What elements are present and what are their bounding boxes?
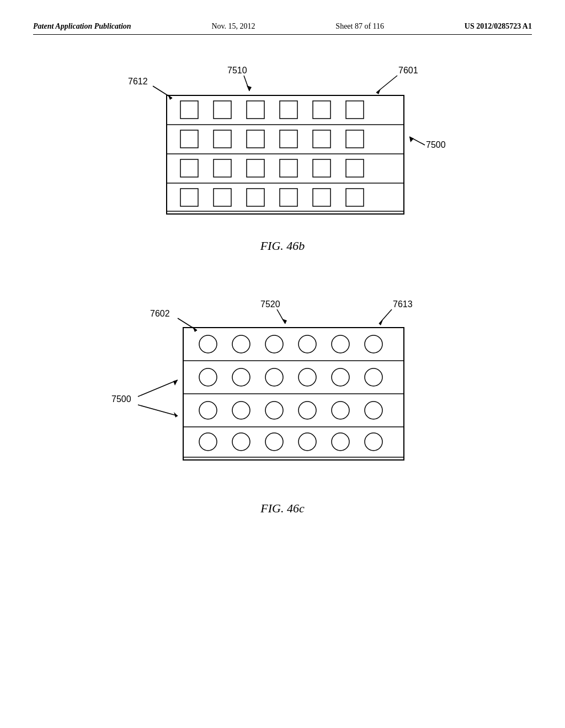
label-7510: 7510 bbox=[227, 66, 247, 75]
svg-point-60 bbox=[265, 368, 283, 386]
svg-line-41 bbox=[379, 309, 392, 324]
svg-point-61 bbox=[299, 368, 316, 386]
label-7602: 7602 bbox=[150, 309, 170, 318]
svg-line-43 bbox=[138, 380, 178, 397]
svg-rect-19 bbox=[180, 130, 198, 148]
label-7601: 7601 bbox=[398, 66, 418, 75]
svg-point-75 bbox=[365, 433, 382, 451]
svg-point-64 bbox=[199, 402, 217, 419]
svg-point-56 bbox=[332, 335, 349, 353]
svg-point-63 bbox=[365, 368, 382, 386]
caption-46b: FIG. 46b bbox=[33, 239, 532, 253]
figure-46b-section: 7612 7510 7601 7500 bbox=[33, 51, 532, 253]
svg-marker-3 bbox=[247, 85, 252, 91]
svg-point-70 bbox=[199, 433, 217, 451]
svg-point-69 bbox=[365, 402, 382, 419]
svg-rect-24 bbox=[346, 130, 364, 148]
svg-rect-16 bbox=[280, 101, 297, 119]
svg-point-66 bbox=[265, 402, 283, 419]
svg-point-68 bbox=[332, 402, 349, 419]
svg-point-71 bbox=[232, 433, 250, 451]
svg-rect-15 bbox=[247, 101, 264, 119]
svg-point-72 bbox=[265, 433, 283, 451]
svg-point-62 bbox=[332, 368, 349, 386]
svg-rect-8 bbox=[167, 95, 404, 214]
svg-rect-26 bbox=[214, 159, 231, 177]
svg-rect-25 bbox=[180, 159, 198, 177]
patent-number: US 2012/0285723 A1 bbox=[465, 22, 532, 31]
svg-rect-13 bbox=[180, 101, 198, 119]
svg-rect-32 bbox=[214, 189, 231, 206]
svg-point-73 bbox=[299, 433, 316, 451]
publication-title: Patent Application Publication bbox=[33, 22, 131, 31]
sheet-info: Sheet 87 of 116 bbox=[335, 22, 384, 31]
svg-point-67 bbox=[299, 402, 316, 419]
svg-rect-33 bbox=[247, 189, 264, 206]
svg-line-45 bbox=[138, 405, 178, 416]
svg-point-52 bbox=[199, 335, 217, 353]
svg-point-55 bbox=[299, 335, 316, 353]
svg-point-57 bbox=[365, 335, 382, 353]
svg-rect-14 bbox=[214, 101, 231, 119]
label-7612: 7612 bbox=[128, 77, 148, 86]
label-7520: 7520 bbox=[260, 299, 280, 309]
page-container: Patent Application Publication Nov. 15, … bbox=[0, 0, 565, 728]
svg-point-59 bbox=[232, 368, 250, 386]
svg-rect-31 bbox=[180, 189, 198, 206]
page-header: Patent Application Publication Nov. 15, … bbox=[33, 22, 532, 35]
figure-46b-diagram: 7612 7510 7601 7500 bbox=[95, 51, 470, 233]
svg-rect-20 bbox=[214, 130, 231, 148]
svg-rect-23 bbox=[313, 130, 331, 148]
svg-rect-29 bbox=[313, 159, 331, 177]
svg-rect-17 bbox=[313, 101, 331, 119]
figure-46c-section: 7602 7520 7613 7500 bbox=[33, 286, 532, 516]
svg-rect-18 bbox=[346, 101, 364, 119]
label-7500-c: 7500 bbox=[111, 394, 131, 404]
caption-46c: FIG. 46c bbox=[33, 501, 532, 516]
svg-rect-27 bbox=[247, 159, 264, 177]
svg-rect-34 bbox=[280, 189, 297, 206]
svg-marker-7 bbox=[409, 137, 414, 142]
svg-rect-28 bbox=[280, 159, 297, 177]
svg-rect-21 bbox=[247, 130, 264, 148]
label-7613: 7613 bbox=[393, 299, 413, 309]
svg-rect-22 bbox=[280, 130, 297, 148]
svg-point-53 bbox=[232, 335, 250, 353]
svg-rect-35 bbox=[313, 189, 331, 206]
svg-point-58 bbox=[199, 368, 217, 386]
label-7500-b: 7500 bbox=[426, 140, 446, 149]
publication-date: Nov. 15, 2012 bbox=[211, 22, 255, 31]
svg-point-74 bbox=[332, 433, 349, 451]
svg-point-54 bbox=[265, 335, 283, 353]
svg-rect-36 bbox=[346, 189, 364, 206]
svg-marker-44 bbox=[173, 380, 178, 386]
figure-46c-diagram: 7602 7520 7613 7500 bbox=[95, 286, 470, 496]
svg-marker-5 bbox=[376, 89, 381, 94]
svg-rect-30 bbox=[346, 159, 364, 177]
svg-point-65 bbox=[232, 402, 250, 419]
